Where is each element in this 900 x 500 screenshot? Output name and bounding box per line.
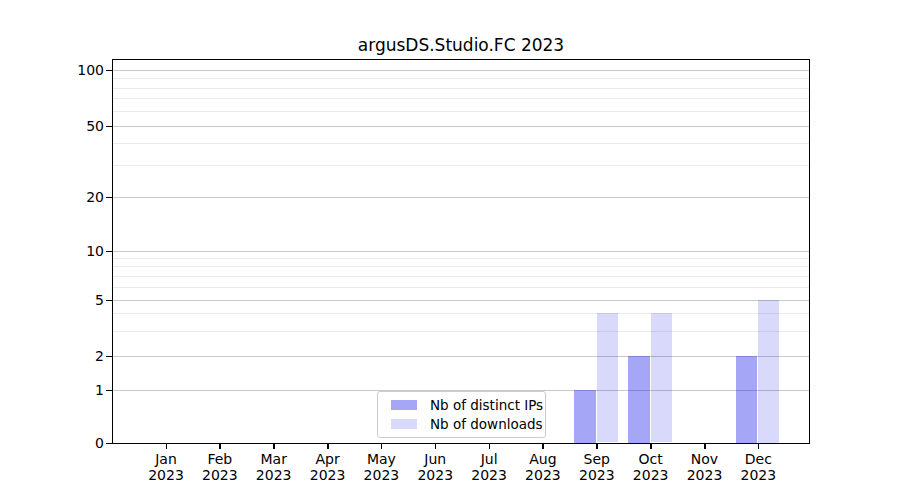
minor-gridline-60 — [113, 111, 809, 112]
minor-gridline-8 — [113, 266, 809, 267]
y-tick-label-10: 10 — [50, 242, 104, 260]
bar-nb-of-downloads-sep — [597, 313, 618, 442]
legend: Nb of distinct IPs Nb of downloads — [377, 391, 546, 438]
x-tick-label-dec: Dec2023 — [730, 452, 786, 483]
x-tick-label-may: May2023 — [353, 452, 409, 483]
bar-nb-of-distinct-ips-sep — [574, 390, 596, 443]
y-tick-mark-1 — [106, 390, 112, 392]
x-tick-mark-feb — [219, 444, 221, 449]
x-tick-mark-sep — [596, 444, 598, 449]
x-tick-mark-dec — [758, 444, 760, 449]
y-tick-label-1: 1 — [50, 381, 104, 399]
minor-gridline-40 — [113, 143, 809, 144]
bar-nb-of-downloads-dec — [758, 300, 779, 443]
y-tick-label-2: 2 — [50, 347, 104, 365]
minor-gridline-3 — [113, 331, 809, 332]
y-tick-label-50: 50 — [50, 117, 104, 135]
minor-gridline-9 — [113, 258, 809, 259]
legend-label-distinct-ips: Nb of distinct IPs — [430, 397, 543, 413]
y-tick-mark-20 — [106, 197, 112, 199]
minor-gridline-7 — [113, 276, 809, 277]
y-tick-mark-2 — [106, 356, 112, 358]
legend-swatch-distinct-ips — [391, 400, 417, 410]
y-tick-mark-10 — [106, 251, 112, 253]
major-gridline-50 — [113, 126, 809, 127]
minor-gridline-4 — [113, 313, 809, 314]
x-tick-label-aug: Aug2023 — [515, 452, 571, 483]
x-tick-mark-mar — [273, 444, 275, 449]
minor-gridline-30 — [113, 165, 809, 166]
y-tick-label-0: 0 — [50, 434, 104, 452]
y-tick-label-100: 100 — [50, 61, 104, 79]
x-tick-label-feb: Feb2023 — [192, 452, 248, 483]
y-tick-mark-50 — [106, 126, 112, 128]
x-tick-label-sep: Sep2023 — [569, 452, 625, 483]
x-tick-mark-nov — [704, 444, 706, 449]
legend-swatch-downloads — [391, 419, 417, 429]
x-tick-mark-apr — [327, 444, 329, 449]
y-tick-mark-5 — [106, 300, 112, 302]
minor-gridline-80 — [113, 88, 809, 89]
x-tick-label-mar: Mar2023 — [246, 452, 302, 483]
x-tick-label-nov: Nov2023 — [677, 452, 733, 483]
x-tick-mark-aug — [542, 444, 544, 449]
major-gridline-5 — [113, 300, 809, 301]
x-tick-mark-jan — [166, 444, 168, 449]
major-gridline-10 — [113, 251, 809, 252]
bar-nb-of-distinct-ips-dec — [736, 356, 758, 443]
x-tick-mark-jun — [435, 444, 437, 449]
x-tick-label-jul: Jul2023 — [461, 452, 517, 483]
major-gridline-100 — [113, 70, 809, 71]
minor-gridline-90 — [113, 78, 809, 79]
y-tick-label-5: 5 — [50, 291, 104, 309]
x-tick-label-jan: Jan2023 — [138, 452, 194, 483]
x-tick-label-jun: Jun2023 — [407, 452, 463, 483]
legend-label-downloads: Nb of downloads — [430, 416, 543, 432]
minor-gridline-70 — [113, 98, 809, 99]
minor-gridline-6 — [113, 287, 809, 288]
figure-canvas: argusDS.Studio.FC 2023 0125102050100Jan2… — [0, 0, 900, 500]
x-tick-mark-may — [381, 444, 383, 449]
legend-row-distinct-ips: Nb of distinct IPs — [386, 397, 537, 413]
major-gridline-20 — [113, 197, 809, 198]
y-tick-mark-0 — [106, 443, 112, 445]
chart-title: argusDS.Studio.FC 2023 — [113, 35, 809, 55]
legend-row-downloads: Nb of downloads — [386, 416, 537, 432]
x-tick-mark-oct — [650, 444, 652, 449]
bar-nb-of-distinct-ips-oct — [628, 356, 650, 443]
x-tick-label-apr: Apr2023 — [300, 452, 356, 483]
major-gridline-2 — [113, 356, 809, 357]
y-tick-label-20: 20 — [50, 188, 104, 206]
x-tick-mark-jul — [489, 444, 491, 449]
plot-area — [112, 59, 810, 444]
bar-nb-of-downloads-oct — [651, 313, 672, 442]
y-tick-mark-100 — [106, 70, 112, 72]
x-tick-label-oct: Oct2023 — [623, 452, 679, 483]
